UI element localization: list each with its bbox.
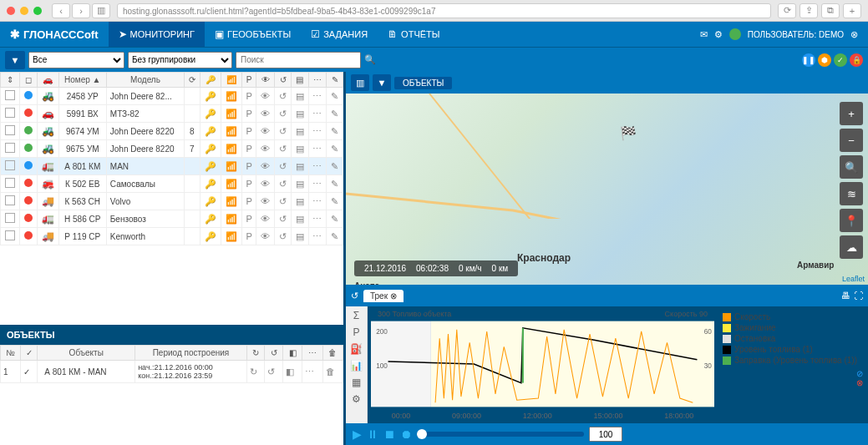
legend-refuel[interactable]: Заправка (Уровень топлива (1)) bbox=[723, 355, 863, 366]
playback-slider[interactable] bbox=[417, 432, 584, 437]
eye-icon[interactable]: 👁 bbox=[261, 91, 270, 101]
row-checkbox[interactable] bbox=[5, 108, 15, 118]
table-row[interactable]: 🚚К 563 СНVolvo🔑📶P👁↺▤⋯✎ bbox=[1, 193, 343, 210]
share-icon[interactable]: ⇪ bbox=[799, 3, 818, 18]
table-row[interactable]: 🚚Р 119 СРKenworth🔑📶P👁↺▤⋯✎ bbox=[1, 228, 343, 245]
park-icon[interactable]: P bbox=[246, 179, 251, 189]
obj-col-color[interactable]: ◧ bbox=[283, 346, 302, 361]
refresh-icon[interactable]: ↻ bbox=[250, 367, 257, 377]
col-select[interactable]: ◻ bbox=[19, 73, 37, 88]
list-icon[interactable]: ▤ bbox=[296, 231, 304, 241]
more-icon[interactable]: ⋯ bbox=[312, 144, 322, 154]
park-icon[interactable]: P bbox=[246, 126, 251, 136]
park-chart-icon[interactable]: P bbox=[353, 326, 359, 338]
row-checkbox[interactable] bbox=[5, 230, 15, 240]
nav-monitoring[interactable]: ➤МОНИТОРИНГ bbox=[109, 22, 206, 47]
warn-status-icon[interactable]: ⬢ bbox=[818, 53, 831, 67]
record-icon[interactable]: ⏺ bbox=[400, 427, 412, 441]
sigma-icon[interactable]: Σ bbox=[353, 310, 359, 321]
map-columns-icon[interactable]: ▥ bbox=[351, 74, 369, 91]
reload-icon[interactable]: ↺ bbox=[279, 91, 287, 101]
chart-icon[interactable]: 📊 bbox=[350, 360, 363, 372]
key-icon[interactable]: 🔑 bbox=[205, 161, 216, 171]
park-icon[interactable]: P bbox=[246, 161, 251, 171]
reload-icon[interactable]: ↺ bbox=[279, 161, 287, 171]
key-icon[interactable]: 🔑 bbox=[205, 179, 216, 189]
more-icon[interactable]: ⋯ bbox=[312, 231, 322, 241]
nav-reports[interactable]: 🗎ОТЧЁТЫ bbox=[378, 22, 449, 47]
search-icon[interactable]: 🔍 bbox=[364, 54, 376, 65]
legend-ignition[interactable]: Зажигание bbox=[723, 322, 863, 333]
row-checkbox[interactable] bbox=[5, 90, 15, 100]
eye-icon[interactable]: 👁 bbox=[261, 179, 270, 189]
table-row[interactable]: 🚜2458 УРJohn Deere 82...🔑📶P👁↺▤⋯✎ bbox=[1, 88, 343, 105]
reload-icon[interactable]: ↺ bbox=[279, 179, 287, 189]
settings-chart-icon[interactable]: ⚙ bbox=[352, 393, 361, 405]
reload-icon[interactable]: ↺ bbox=[279, 144, 287, 154]
zoom-out-icon[interactable]: − bbox=[840, 129, 863, 152]
map-objects-label[interactable]: ОБЪЕКТЫ bbox=[394, 77, 452, 89]
url-bar[interactable]: hosting.glonasssoft.ru/client.html?agent… bbox=[117, 3, 771, 18]
palette-icon[interactable]: ◧ bbox=[286, 367, 294, 377]
layers-icon[interactable]: ≋ bbox=[840, 182, 863, 205]
settings-icon[interactable]: ⚙ bbox=[714, 29, 723, 40]
col-type[interactable]: 🚗 bbox=[37, 73, 58, 88]
park-icon[interactable]: P bbox=[246, 91, 251, 101]
edit-icon[interactable]: ✎ bbox=[331, 91, 338, 101]
sidebar-button[interactable]: ▥ bbox=[92, 3, 110, 18]
col-expand[interactable]: ⇕ bbox=[1, 73, 20, 88]
expand-icon[interactable]: ⛶ bbox=[854, 291, 863, 301]
filter-all-select[interactable]: Все bbox=[28, 52, 124, 68]
legend-fuel[interactable]: Уровень топлива (1) bbox=[723, 344, 863, 355]
legend-close-icon[interactable]: ⊗ bbox=[856, 378, 863, 387]
eye-icon[interactable]: 👁 bbox=[261, 144, 270, 154]
obj-col-more[interactable]: ⋯ bbox=[302, 346, 322, 361]
col-key[interactable]: 🔑 bbox=[200, 73, 221, 88]
grouping-select[interactable]: Без группировки bbox=[128, 52, 232, 68]
park-icon[interactable]: P bbox=[246, 109, 251, 119]
edit-icon[interactable]: ✎ bbox=[331, 231, 338, 241]
play-icon[interactable]: ▶ bbox=[353, 427, 362, 441]
filter-icon[interactable]: ▼ bbox=[5, 51, 25, 69]
list-icon[interactable]: ▤ bbox=[296, 214, 304, 224]
more-icon[interactable]: ⋯ bbox=[312, 179, 322, 189]
list-icon[interactable]: ▤ bbox=[296, 126, 304, 136]
key-icon[interactable]: 🔑 bbox=[205, 214, 216, 224]
ok-status-icon[interactable]: ✓ bbox=[834, 53, 847, 67]
row-checkbox[interactable] bbox=[5, 195, 15, 205]
more-icon[interactable]: ⋯ bbox=[312, 196, 322, 206]
table-row[interactable]: 🚜9674 УМJohn Deere 82208🔑📶P👁↺▤⋯✎ bbox=[1, 123, 343, 140]
new-tab-icon[interactable]: + bbox=[843, 3, 861, 18]
chart-canvas[interactable]: 300 Топливо объекта Скорость 90 200 100 … bbox=[368, 306, 718, 423]
reload-icon[interactable]: ↺ bbox=[279, 126, 287, 136]
obj-col-refresh[interactable]: ↻ bbox=[246, 346, 265, 361]
map[interactable]: 🏁 Краснодар Армавир Анапа 21.12.2016 06:… bbox=[346, 94, 868, 285]
more-icon[interactable]: ⋯ bbox=[312, 214, 322, 224]
list-icon[interactable]: ▤ bbox=[296, 91, 304, 101]
mail-icon[interactable]: ✉ bbox=[700, 29, 708, 40]
eye-icon[interactable]: 👁 bbox=[261, 161, 270, 171]
trash-icon[interactable]: 🗑 bbox=[326, 367, 335, 377]
map-attribution[interactable]: Leaflet bbox=[842, 275, 865, 283]
table-row[interactable]: 🚛Н 586 СРБензовоз🔑📶P👁↺▤⋯✎ bbox=[1, 210, 343, 228]
col-eye[interactable]: 👁 bbox=[256, 73, 275, 88]
pause-status-icon[interactable]: ❚❚ bbox=[802, 53, 815, 67]
zoom-in-icon[interactable]: + bbox=[840, 102, 863, 125]
col-park[interactable]: P bbox=[241, 73, 256, 88]
table-row[interactable]: 🚛А 801 КМMAN🔑📶P👁↺▤⋯✎ bbox=[1, 158, 343, 175]
history-icon[interactable]: ↺ bbox=[351, 291, 358, 301]
more-icon[interactable]: ⋯ bbox=[312, 91, 322, 101]
key-icon[interactable]: 🔑 bbox=[205, 144, 216, 154]
park-icon[interactable]: P bbox=[246, 214, 251, 224]
list-icon[interactable]: ▤ bbox=[296, 196, 304, 206]
nav-tasks[interactable]: ☑ЗАДАНИЯ bbox=[301, 22, 378, 47]
map-filter-icon[interactable]: ▼ bbox=[373, 74, 391, 91]
search-input[interactable] bbox=[236, 52, 361, 68]
table-row[interactable]: 🚗5991 ВХМТЗ-82🔑📶P👁↺▤⋯✎ bbox=[1, 105, 343, 123]
eye-icon[interactable]: 👁 bbox=[261, 196, 270, 206]
pause-icon[interactable]: ⏸ bbox=[367, 427, 378, 441]
reload-icon[interactable]: ↺ bbox=[279, 109, 287, 119]
more-icon[interactable]: ⋯ bbox=[305, 367, 314, 377]
reload-icon[interactable]: ↺ bbox=[279, 231, 287, 241]
col-model[interactable]: Модель bbox=[106, 73, 184, 88]
